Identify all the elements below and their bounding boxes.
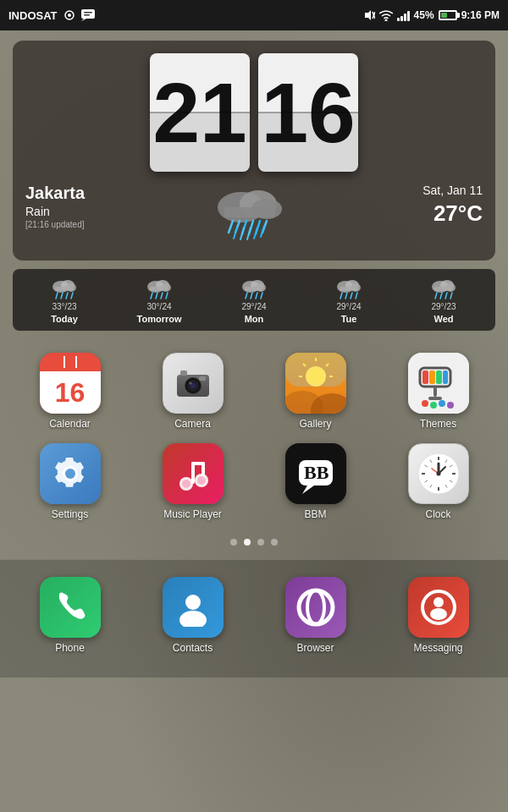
svg-line-31 <box>66 293 68 299</box>
forecast-day: Today <box>51 314 78 324</box>
browser-svg <box>294 585 338 629</box>
signal-icon <box>63 8 76 22</box>
svg-line-64 <box>450 293 452 299</box>
page-indicator-1[interactable] <box>244 539 251 546</box>
weather-updated: [21:16 updated] <box>25 220 85 229</box>
svg-line-37 <box>151 293 152 299</box>
forecast-temp: 29°/23 <box>431 302 456 311</box>
dock-item-messaging[interactable]: Messaging <box>377 570 500 661</box>
app-item-calendar[interactable]: 16 Calendar <box>8 346 131 436</box>
clock-app-svg <box>415 450 462 497</box>
svg-point-1 <box>68 14 71 17</box>
svg-line-61 <box>435 293 437 299</box>
svg-point-129 <box>179 611 207 627</box>
svg-line-29 <box>56 293 58 299</box>
app-item-themes[interactable]: Themes <box>377 346 500 436</box>
svg-rect-5 <box>84 14 90 16</box>
weather-row: Jakarta Rain [21:16 updated] <box>25 184 483 250</box>
bbm-icon: BB <box>285 443 346 504</box>
dock-item-browser[interactable]: Browser <box>254 570 377 661</box>
calendar-icon: 16 <box>40 353 101 414</box>
camera-icon <box>163 353 224 414</box>
weather-left: Jakarta Rain [21:16 updated] <box>25 184 85 229</box>
app-item-music-player[interactable]: Music Player <box>131 436 254 527</box>
app-item-bbm[interactable]: BB BBM <box>254 436 377 527</box>
svg-point-119 <box>436 472 440 476</box>
app-label-themes: Themes <box>420 418 456 430</box>
svg-point-128 <box>185 595 201 610</box>
svg-line-46 <box>251 293 252 299</box>
app-item-settings[interactable]: Settings <box>8 436 131 527</box>
wifi-icon <box>379 9 393 21</box>
svg-line-38 <box>156 293 157 299</box>
svg-line-63 <box>445 293 447 299</box>
themes-svg <box>408 353 469 414</box>
messaging-svg <box>417 585 461 629</box>
svg-rect-13 <box>224 207 275 217</box>
svg-line-14 <box>229 221 233 233</box>
svg-rect-52 <box>340 287 358 291</box>
app-label-settings: Settings <box>52 508 88 520</box>
forecast-temp: 29°/24 <box>336 302 361 311</box>
svg-line-39 <box>161 293 163 299</box>
phone-svg <box>51 588 90 627</box>
clock-widget: 21 16 Jakarta Rain [21:16 updated] <box>13 41 495 261</box>
svg-line-53 <box>340 293 342 299</box>
app-item-clock[interactable]: Clock <box>377 436 500 527</box>
forecast-item: 29°/24 Mon <box>207 276 301 324</box>
svg-rect-91 <box>429 370 435 384</box>
status-bar: INDOSAT <box>0 0 508 30</box>
svg-line-48 <box>261 293 262 299</box>
gallery-svg <box>285 353 346 414</box>
svg-point-100 <box>65 469 75 479</box>
flip-clock: 21 16 <box>25 53 483 172</box>
forecast-cloud-icon <box>334 276 364 299</box>
page-indicator-0[interactable] <box>230 539 237 546</box>
forecast-day: Wed <box>433 314 453 324</box>
app-item-gallery[interactable]: Gallery <box>254 346 377 436</box>
forecast-cloud-icon <box>49 276 80 299</box>
app-label-browser: Browser <box>296 642 334 654</box>
music-svg <box>171 452 215 496</box>
page-indicator-3[interactable] <box>271 539 278 546</box>
app-item-camera[interactable]: Camera <box>131 346 254 436</box>
signal-bars-icon <box>397 9 410 21</box>
app-label-phone: Phone <box>55 642 85 654</box>
forecast-temp: 29°/24 <box>241 302 266 311</box>
svg-rect-60 <box>434 287 453 291</box>
dock-item-phone[interactable]: Phone <box>8 570 131 661</box>
bottom-dock: Phone Contacts Browser <box>0 559 508 678</box>
forecast-day: Tue <box>341 314 357 324</box>
app-label-clock: Clock <box>425 508 450 520</box>
svg-point-106 <box>182 480 190 488</box>
weather-right: Sat, Jan 11 27°C <box>422 184 483 227</box>
forecast-item: 33°/23 Today <box>17 276 112 324</box>
weather-date: Sat, Jan 11 <box>422 184 483 197</box>
svg-rect-76 <box>180 370 187 376</box>
dock-item-contacts[interactable]: Contacts <box>131 570 254 661</box>
svg-text:BB: BB <box>304 462 329 483</box>
status-left: INDOSAT <box>8 8 95 22</box>
svg-point-98 <box>439 400 445 407</box>
music-player-icon <box>163 443 224 504</box>
themes-icon <box>408 353 469 414</box>
bbm-svg: BB <box>294 452 338 496</box>
weather-condition: Rain <box>25 205 85 218</box>
page-indicator-2[interactable] <box>257 539 264 546</box>
svg-line-55 <box>351 293 352 299</box>
app-label-bbm: BBM <box>304 508 326 520</box>
camera-svg <box>172 362 214 404</box>
phone-icon <box>40 577 101 638</box>
svg-rect-90 <box>422 370 428 384</box>
svg-rect-2 <box>81 9 95 19</box>
app-label-calendar: Calendar <box>49 418 91 430</box>
svg-line-45 <box>246 293 247 299</box>
status-right: 45% 9:16 PM <box>363 9 500 21</box>
forecast-item: 30°/24 Tomorrow <box>112 276 207 324</box>
svg-line-62 <box>440 293 442 299</box>
forecast-item: 29°/24 Tue <box>301 276 396 324</box>
app-grid: 16 Calendar <box>0 331 508 534</box>
gallery-icon <box>285 353 346 414</box>
svg-point-133 <box>433 597 444 607</box>
forecast-day: Mon <box>245 314 264 324</box>
